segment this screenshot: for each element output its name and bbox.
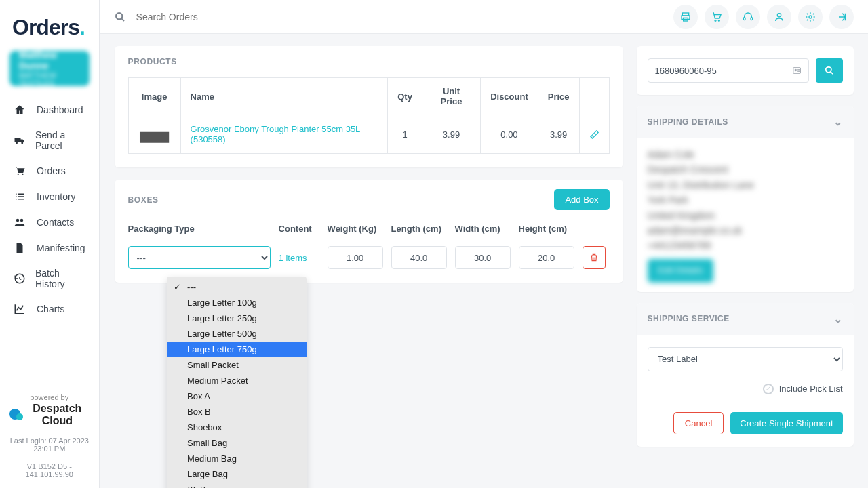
include-picklist-checkbox[interactable]: ✓ — [763, 384, 774, 394]
col-discount: Discount — [481, 78, 538, 115]
file-icon — [14, 242, 27, 254]
dropdown-option[interactable]: Large Bag — [167, 466, 307, 482]
shipping-service-title: SHIPPING SERVICE — [648, 314, 730, 323]
include-picklist-label: Include Pick List — [779, 384, 843, 394]
sidebar-item-label: Contacts — [37, 217, 74, 228]
dropdown-option[interactable]: Shoebox — [167, 420, 307, 435]
shipping-address-line: York Park — [648, 192, 843, 207]
global-search-input[interactable] — [136, 12, 673, 22]
sidebar-item-send-a-parcel[interactable]: Send a Parcel — [9, 123, 90, 158]
packaging-select[interactable]: ---Large Letter 100gLarge Letter 250gLar… — [128, 246, 271, 269]
cell-unit: 3.99 — [422, 115, 480, 154]
nav: DashboardSend a ParcelOrdersInventoryCon… — [9, 97, 90, 322]
packaging-dropdown[interactable]: ---Large Letter 100gLarge Letter 250gLar… — [167, 277, 307, 488]
sidebar-item-inventory[interactable]: Inventory — [9, 184, 90, 209]
sidebar-item-label: Inventory — [37, 191, 76, 202]
service-select[interactable]: Test Label — [648, 347, 843, 371]
dropdown-option[interactable]: Small Bag — [167, 435, 307, 451]
shipping-details-panel: SHIPPING DETAILS ⌄ Adam ColeDespatch Cre… — [637, 106, 854, 292]
add-box-button[interactable]: Add Box — [554, 189, 609, 210]
shipping-address-line: Unit 13, Distribution Lane — [648, 178, 843, 192]
user-icon[interactable] — [767, 5, 791, 29]
dropdown-option[interactable]: Large Letter 100g — [167, 295, 307, 310]
edit-shipping-button[interactable]: Edit Details — [648, 259, 714, 283]
edit-icon[interactable] — [589, 129, 599, 140]
cart-icon — [14, 165, 27, 177]
support-icon[interactable] — [736, 5, 760, 29]
dropdown-option[interactable]: Large Letter 250g — [167, 310, 307, 326]
length-input[interactable] — [391, 246, 447, 269]
create-shipment-button[interactable]: Create Single Shipment — [730, 412, 842, 434]
delete-box-button[interactable] — [583, 246, 606, 269]
svg-rect-13 — [793, 68, 800, 73]
shipping-address-line: Adam Cole — [648, 147, 843, 162]
user-badge[interactable]: Matthew Dunne MATTHEW TEXTILES — [9, 51, 90, 86]
despatch-cloud-logo: Despatch Cloud — [9, 403, 90, 427]
powered-by-label: powered by — [9, 393, 90, 401]
weight-input[interactable] — [328, 246, 383, 269]
sidebar: Orders. Matthew Dunne MATTHEW TEXTILES D… — [0, 0, 99, 488]
order-search-card — [637, 46, 854, 95]
dropdown-option[interactable]: Large Letter 750g — [167, 342, 307, 357]
col-unit-price: Unit Price — [422, 78, 480, 115]
shipping-address-line: Despatch Crescent — [648, 162, 843, 177]
sidebar-item-batch-history[interactable]: Batch History — [9, 261, 90, 296]
dropdown-option[interactable]: XL Bag — [167, 482, 307, 488]
cart-icon[interactable] — [705, 5, 729, 29]
col-price: Price — [538, 78, 579, 115]
chevron-down-icon[interactable]: ⌄ — [833, 312, 843, 325]
svg-point-1 — [20, 219, 24, 222]
col-packaging: Packaging Type — [128, 220, 271, 238]
height-input[interactable] — [519, 246, 574, 269]
printer-icon[interactable] — [673, 5, 698, 29]
col-height: Height (cm) — [519, 220, 574, 238]
table-row: Grosvenor Ebony Trough Planter 55cm 35L … — [128, 115, 609, 154]
product-image — [138, 123, 171, 145]
dropdown-option[interactable]: Small Packet — [167, 357, 307, 373]
col-weight: Weight (Kg) — [328, 220, 383, 238]
version-info: V1 B152 D5 - 141.101.99.90 — [9, 462, 90, 479]
dropdown-option[interactable]: Box A — [167, 388, 307, 404]
sidebar-item-dashboard[interactable]: Dashboard — [9, 97, 90, 123]
svg-rect-10 — [751, 17, 753, 20]
col-image: Image — [128, 78, 180, 115]
dropdown-option[interactable]: Box B — [167, 404, 307, 420]
sidebar-item-charts[interactable]: Charts — [9, 296, 90, 322]
products-table: Image Name Qty Unit Price Discount Price — [128, 77, 610, 154]
sidebar-item-orders[interactable]: Orders — [9, 158, 90, 184]
svg-line-3 — [121, 18, 124, 21]
order-id-input[interactable] — [655, 66, 792, 76]
sidebar-item-label: Send a Parcel — [35, 129, 85, 151]
sidebar-item-contacts[interactable]: Contacts — [9, 209, 90, 235]
people-icon — [14, 216, 27, 228]
box-content-link[interactable]: 1 items — [279, 253, 319, 263]
dropdown-option[interactable]: Medium Packet — [167, 373, 307, 388]
dropdown-option[interactable]: Large Letter 500g — [167, 326, 307, 342]
chevron-down-icon[interactable]: ⌄ — [833, 115, 843, 128]
col-length: Length (cm) — [391, 220, 447, 238]
shipping-details-title: SHIPPING DETAILS — [648, 117, 728, 127]
last-login: Last Login: 07 Apr 2023 23:01 PM — [9, 436, 90, 453]
id-card-icon — [792, 66, 802, 75]
width-input[interactable] — [455, 246, 511, 269]
cell-price: 3.99 — [538, 115, 579, 154]
svg-line-16 — [830, 72, 833, 75]
order-search-button[interactable] — [816, 58, 843, 83]
products-card: PRODUCTS Image Name Qty Unit Price Disco… — [115, 46, 623, 167]
logout-icon[interactable] — [829, 5, 854, 29]
svg-point-7 — [715, 20, 716, 21]
svg-point-12 — [809, 16, 812, 18]
gear-icon[interactable] — [798, 5, 823, 29]
list-icon — [14, 190, 27, 203]
product-link[interactable]: Grosvenor Ebony Trough Planter 55cm 35L … — [191, 124, 360, 144]
col-width: Width (cm) — [455, 220, 511, 238]
shipping-service-panel: SHIPPING SERVICE ⌄ Test Label ✓ Include … — [637, 303, 854, 447]
cancel-button[interactable]: Cancel — [673, 412, 724, 434]
sidebar-item-label: Dashboard — [37, 104, 83, 115]
dropdown-option[interactable]: --- — [167, 279, 307, 295]
app-logo: Orders. — [12, 15, 85, 40]
dropdown-option[interactable]: Medium Bag — [167, 451, 307, 466]
svg-rect-5 — [682, 16, 690, 19]
sidebar-item-label: Orders — [37, 165, 66, 176]
sidebar-item-manifesting[interactable]: Manifesting — [9, 235, 90, 261]
